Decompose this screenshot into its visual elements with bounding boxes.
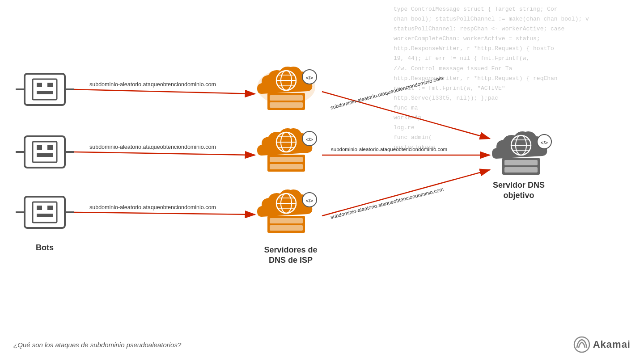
dns-target-label-line1: Servidor DNS bbox=[493, 181, 545, 189]
svg-rect-1 bbox=[33, 79, 57, 100]
svg-line-65 bbox=[74, 212, 255, 215]
bots-label: Bots bbox=[36, 243, 54, 252]
svg-rect-0 bbox=[25, 74, 65, 105]
svg-rect-54 bbox=[504, 167, 538, 173]
svg-rect-23 bbox=[270, 95, 303, 101]
cloud-server-1: </> bbox=[257, 67, 317, 110]
svg-point-21 bbox=[257, 69, 315, 105]
svg-point-45 bbox=[276, 194, 296, 213]
akamai-icon bbox=[573, 336, 590, 353]
svg-line-64 bbox=[74, 152, 255, 155]
isp-label-line1: Servidores de bbox=[264, 245, 317, 254]
domain-label-cloud2-target: subdominio-aleatorio.ataqueobtenciondomi… bbox=[331, 147, 447, 152]
svg-text:</>: </> bbox=[306, 75, 313, 80]
svg-point-55 bbox=[511, 135, 531, 155]
code-background: type ControlMessage struct { Target stri… bbox=[385, 0, 644, 362]
domain-label-cloud3-target: subdominio-aleatorio.ataqueobtenciondomi… bbox=[330, 186, 444, 220]
svg-rect-15 bbox=[33, 202, 57, 223]
svg-rect-4 bbox=[37, 91, 53, 94]
svg-rect-24 bbox=[270, 102, 303, 108]
akamai-logo: Akamai bbox=[573, 336, 631, 353]
domain-label-bot3: subdominio-aleatorio.ataqueobtenciondomi… bbox=[89, 204, 216, 210]
bottom-question: ¿Qué son los ataques de subdominio pseud… bbox=[13, 341, 181, 349]
domain-label-bot1: subdominio-aleatorio.ataqueobtenciondomi… bbox=[89, 81, 216, 88]
svg-line-68 bbox=[322, 170, 490, 216]
svg-rect-18 bbox=[37, 214, 53, 217]
bot-icon-3 bbox=[16, 197, 74, 228]
svg-rect-53 bbox=[504, 160, 538, 165]
svg-rect-14 bbox=[25, 197, 65, 228]
isp-label-line2: DNS de ISP bbox=[269, 256, 313, 265]
svg-rect-43 bbox=[270, 218, 303, 223]
svg-rect-22 bbox=[267, 93, 305, 110]
svg-rect-8 bbox=[33, 142, 57, 162]
svg-rect-7 bbox=[25, 136, 65, 168]
svg-point-35 bbox=[276, 132, 296, 152]
bot-icon-2 bbox=[16, 136, 74, 168]
diagram-svg: </> </> </> bbox=[0, 0, 644, 362]
cloud-server-2: </> bbox=[257, 128, 317, 172]
svg-rect-34 bbox=[270, 164, 303, 169]
svg-rect-17 bbox=[47, 206, 53, 210]
svg-point-36 bbox=[281, 132, 292, 152]
svg-rect-16 bbox=[37, 206, 42, 210]
svg-point-30 bbox=[302, 70, 317, 84]
cloud-server-target: </> bbox=[492, 131, 551, 175]
cloud-server-3: </> bbox=[257, 189, 317, 233]
dns-target-label-line2: objetivo bbox=[503, 191, 534, 200]
svg-point-50 bbox=[302, 193, 317, 207]
bot-icon-1 bbox=[16, 74, 74, 105]
svg-rect-42 bbox=[267, 216, 305, 233]
svg-point-25 bbox=[276, 71, 296, 90]
svg-line-63 bbox=[74, 89, 255, 94]
svg-rect-9 bbox=[37, 145, 42, 150]
svg-point-40 bbox=[302, 131, 317, 146]
domain-label-cloud1-target: subdominio-aleatorio.ataqueobtenciondomi… bbox=[330, 75, 443, 110]
svg-rect-3 bbox=[47, 83, 53, 87]
akamai-text-label: Akamai bbox=[593, 339, 631, 350]
svg-point-60 bbox=[537, 135, 551, 149]
svg-rect-33 bbox=[270, 157, 303, 162]
svg-point-46 bbox=[281, 194, 292, 213]
svg-point-26 bbox=[281, 71, 292, 90]
svg-rect-32 bbox=[267, 155, 305, 172]
svg-rect-2 bbox=[37, 83, 42, 87]
svg-text:</>: </> bbox=[306, 137, 313, 142]
svg-rect-44 bbox=[270, 225, 303, 231]
svg-point-56 bbox=[516, 135, 526, 155]
svg-text:</>: </> bbox=[306, 198, 313, 203]
svg-rect-10 bbox=[47, 145, 53, 150]
svg-line-66 bbox=[322, 92, 490, 139]
svg-rect-52 bbox=[502, 158, 540, 175]
svg-text:</>: </> bbox=[541, 140, 548, 145]
svg-rect-11 bbox=[37, 153, 53, 157]
domain-label-bot2: subdominio-aleatorio.ataqueobtenciondomi… bbox=[89, 144, 216, 150]
